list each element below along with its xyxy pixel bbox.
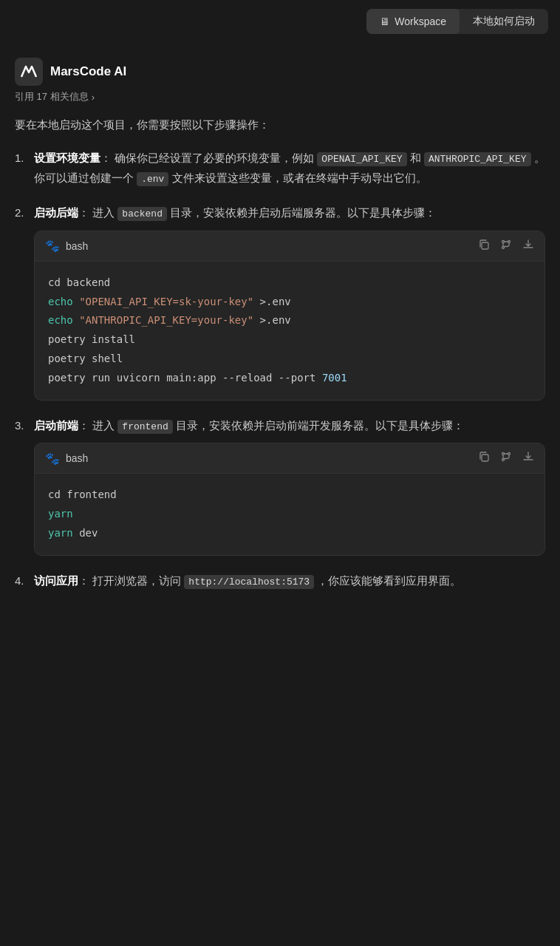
step-2-content: 启动后端： 进入 backend 目录，安装依赖并启动后端服务器。以下是具体步骤… (34, 203, 545, 401)
code-line-6: poetry run uvicorn main:app --reload --p… (48, 369, 531, 388)
code-block-backend-header: 🐾 bash (35, 231, 544, 262)
step-2: 2. 启动后端： 进入 backend 目录，安装依赖并启动后端服务器。以下是具… (15, 203, 545, 401)
local-start-label: 本地如何启动 (473, 15, 535, 28)
step-1-title: 设置环境变量 (34, 152, 100, 164)
code-body-frontend: cd frontend yarn yarn dev (35, 474, 544, 555)
code-backend: backend (117, 207, 167, 221)
code-env-file: .env (137, 172, 168, 186)
citation-text: 引用 17 相关信息 (15, 90, 89, 103)
copy-icon-2[interactable] (478, 451, 490, 466)
main-content: MarsCode AI 引用 17 相关信息 › 要在本地启动这个项目，你需要按… (0, 43, 560, 627)
intro-text: 要在本地启动这个项目，你需要按照以下步骤操作： (15, 115, 545, 135)
ai-name: MarsCode AI (50, 64, 126, 79)
code-line-1: cd backend (48, 273, 531, 293)
workspace-button[interactable]: 🖥 Workspace (366, 9, 460, 34)
code-line-f1: cd frontend (48, 486, 531, 505)
code-block-actions-2 (478, 451, 534, 466)
step-4: 4. 访问应用： 打开浏览器，访问 http://localhost:5173 … (15, 571, 545, 591)
step-4-content: 访问应用： 打开浏览器，访问 http://localhost:5173 ，你应… (34, 571, 545, 591)
download-icon[interactable] (522, 239, 534, 253)
step-4-text: 访问应用： 打开浏览器，访问 http://localhost:5173 ，你应… (34, 574, 461, 587)
bash-label: bash (66, 240, 88, 252)
step-1-text: 设置环境变量： 确保你已经设置了必要的环境变量，例如 OPENAI_API_KE… (34, 152, 545, 184)
code-line-f3: yarn dev (48, 524, 531, 543)
step-2-title: 启动后端 (34, 206, 78, 219)
code-block-frontend: 🐾 bash (34, 443, 545, 556)
bash-emoji-icon-2: 🐾 (45, 452, 60, 466)
code-block-frontend-header: 🐾 bash (35, 443, 544, 474)
copy-icon[interactable] (478, 239, 490, 253)
code-anthropic-key: ANTHROPIC_API_KEY (424, 152, 531, 166)
step-1-number: 1. (15, 148, 30, 188)
monitor-icon: 🖥 (380, 16, 390, 27)
step-3-title: 启动前端 (34, 419, 78, 432)
step-3-text: 启动前端： 进入 frontend 目录，安装依赖并启动前端开发服务器。以下是具… (34, 419, 464, 432)
bash-label-2: bash (66, 452, 88, 464)
code-line-2: echo "OPENAI_API_KEY=sk-your-key" >.env (48, 293, 531, 312)
step-2-number: 2. (15, 203, 30, 401)
code-lang-bash-frontend: 🐾 bash (45, 452, 88, 466)
workspace-label: Workspace (395, 16, 446, 27)
code-line-3: echo "ANTHROPIC_API_KEY=your-key" >.env (48, 311, 531, 330)
code-lang-bash: 🐾 bash (45, 239, 88, 253)
code-frontend: frontend (117, 420, 172, 434)
top-bar-buttons: 🖥 Workspace 本地如何启动 (366, 9, 548, 34)
code-body-backend: cd backend echo "OPENAI_API_KEY=sk-your-… (35, 262, 544, 400)
code-block-actions (478, 239, 534, 253)
ai-logo (15, 58, 43, 86)
branch-icon[interactable] (500, 239, 512, 253)
code-line-5: poetry shell (48, 350, 531, 369)
step-3-number: 3. (15, 415, 30, 556)
step-4-number: 4. (15, 571, 30, 591)
branch-icon-2[interactable] (500, 451, 512, 466)
step-2-text: 启动后端： 进入 backend 目录，安装依赖并启动后端服务器。以下是具体步骤… (34, 206, 436, 219)
code-line-f2: yarn (48, 505, 531, 524)
code-line-4: poetry install (48, 330, 531, 350)
svg-rect-0 (482, 242, 488, 249)
code-block-backend: 🐾 bash (34, 231, 545, 401)
step-1: 1. 设置环境变量： 确保你已经设置了必要的环境变量，例如 OPENAI_API… (15, 148, 545, 188)
step-4-title: 访问应用 (34, 574, 78, 587)
download-icon-2[interactable] (522, 451, 534, 466)
step-1-content: 设置环境变量： 确保你已经设置了必要的环境变量，例如 OPENAI_API_KE… (34, 148, 545, 188)
marscode-logo-icon (18, 64, 39, 80)
ai-header: MarsCode AI (15, 58, 545, 86)
steps-list: 1. 设置环境变量： 确保你已经设置了必要的环境变量，例如 OPENAI_API… (15, 148, 545, 591)
bash-emoji-icon: 🐾 (45, 239, 60, 253)
step-3-content: 启动前端： 进入 frontend 目录，安装依赖并启动前端开发服务器。以下是具… (34, 415, 545, 556)
code-localhost: http://localhost:5173 (184, 575, 314, 589)
citation-link[interactable]: 引用 17 相关信息 › (15, 90, 545, 103)
svg-rect-4 (482, 455, 488, 461)
code-openai-key: OPENAI_API_KEY (317, 152, 406, 166)
step-3: 3. 启动前端： 进入 frontend 目录，安装依赖并启动前端开发服务器。以… (15, 415, 545, 556)
top-bar: 🖥 Workspace 本地如何启动 (0, 0, 560, 43)
local-start-button[interactable]: 本地如何启动 (460, 9, 548, 34)
citation-arrow: › (92, 92, 95, 103)
